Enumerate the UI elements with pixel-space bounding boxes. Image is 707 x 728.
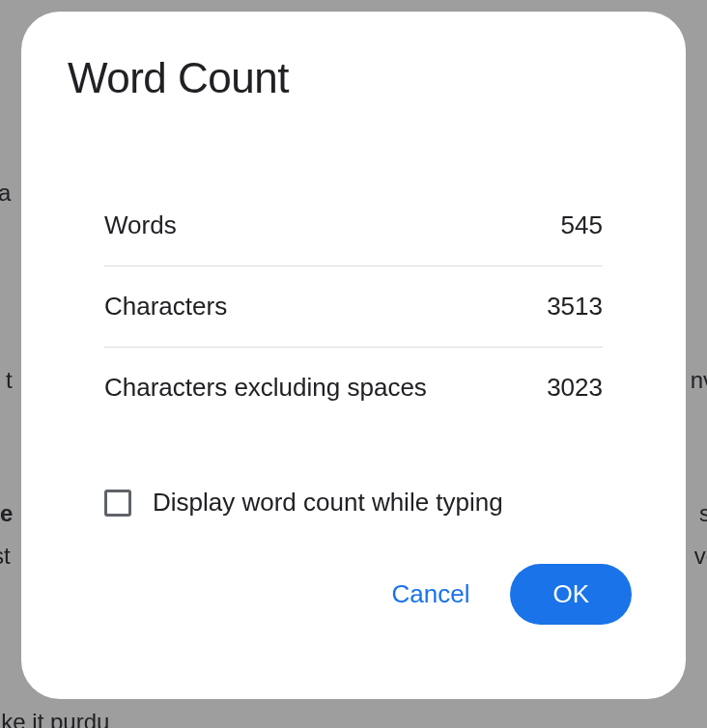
display-while-typing-checkbox[interactable] [104, 490, 131, 517]
cancel-button[interactable]: Cancel [368, 566, 493, 623]
background-fragment: st [0, 543, 11, 570]
background-fragment: s [699, 500, 707, 527]
word-count-dialog: Word Count Words 545 Characters 3513 Cha… [21, 12, 686, 699]
background-fragment: nv [691, 367, 707, 394]
background-fragment: te [0, 500, 13, 527]
stat-row-words: Words 545 [104, 185, 603, 266]
stat-label: Words [104, 210, 177, 240]
dialog-button-row: Cancel OK [68, 564, 639, 625]
stat-value: 3023 [547, 373, 603, 403]
background-fragment: a [0, 180, 11, 207]
stat-row-characters: Characters 3513 [104, 266, 603, 348]
background-fragment: ve [694, 543, 707, 570]
display-while-typing-label[interactable]: Display word count while typing [153, 488, 503, 518]
dialog-title: Word Count [68, 54, 639, 102]
background-fragment: ike it purdu [0, 709, 109, 728]
ok-button[interactable]: OK [510, 564, 632, 625]
background-fragment: o t [0, 367, 13, 394]
stat-label: Characters excluding spaces [104, 373, 427, 403]
stat-value: 3513 [547, 292, 603, 322]
stat-value: 545 [561, 210, 603, 240]
display-while-typing-row[interactable]: Display word count while typing [68, 488, 639, 518]
stats-list: Words 545 Characters 3513 Characters exc… [68, 185, 639, 428]
stat-row-characters-excluding-spaces: Characters excluding spaces 3023 [104, 348, 603, 428]
stat-label: Characters [104, 292, 227, 322]
